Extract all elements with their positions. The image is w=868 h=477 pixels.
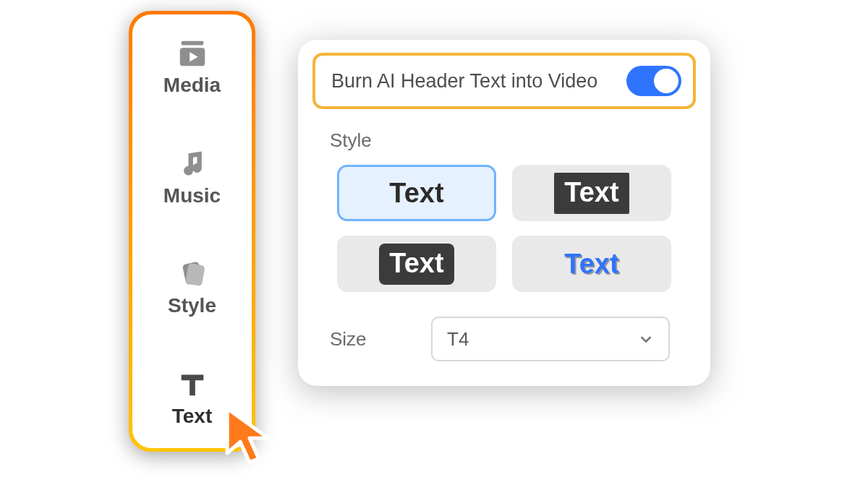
sidebar-item-style[interactable]: Style (132, 257, 252, 317)
sidebar-highlight: Media Music Style (129, 11, 255, 452)
style-options: Text Text Text Text (312, 165, 696, 292)
size-label: Size (330, 328, 402, 351)
chevron-down-icon (638, 331, 654, 347)
sidebar-item-media[interactable]: Media (132, 36, 252, 97)
size-select-value: T4 (447, 328, 469, 351)
sidebar-item-text[interactable]: Text (132, 367, 252, 428)
style-option-label: Text (389, 178, 443, 209)
text-icon (173, 367, 212, 402)
sidebar-item-label: Style (168, 294, 216, 317)
size-select[interactable]: T4 (431, 317, 670, 361)
style-option-plain[interactable]: Text (337, 165, 496, 221)
svg-rect-0 (181, 41, 203, 46)
toggle-knob (654, 69, 678, 93)
burn-header-toggle-row: Burn AI Header Text into Video (312, 53, 696, 109)
style-icon (173, 257, 212, 291)
sidebar-item-label: Media (163, 74, 221, 97)
burn-header-toggle[interactable] (626, 66, 681, 96)
sidebar: Media Music Style (132, 14, 252, 448)
style-option-label: Text (554, 173, 629, 214)
media-icon (173, 36, 212, 71)
size-row: Size T4 (330, 317, 696, 361)
sidebar-item-label: Music (163, 184, 221, 207)
style-section-label: Style (330, 129, 696, 152)
music-icon (173, 147, 212, 181)
style-option-dark-rounded[interactable]: Text (337, 236, 496, 292)
text-settings-panel: Burn AI Header Text into Video Style Tex… (298, 40, 710, 386)
sidebar-item-label: Text (172, 405, 213, 428)
style-option-blue[interactable]: Text (512, 236, 671, 292)
style-option-label: Text (379, 244, 454, 285)
svg-rect-4 (185, 263, 205, 286)
style-option-label: Text (564, 249, 618, 280)
style-option-dark-on-light[interactable]: Text (512, 165, 671, 221)
burn-header-toggle-label: Burn AI Header Text into Video (331, 70, 597, 93)
sidebar-item-music[interactable]: Music (132, 147, 252, 207)
